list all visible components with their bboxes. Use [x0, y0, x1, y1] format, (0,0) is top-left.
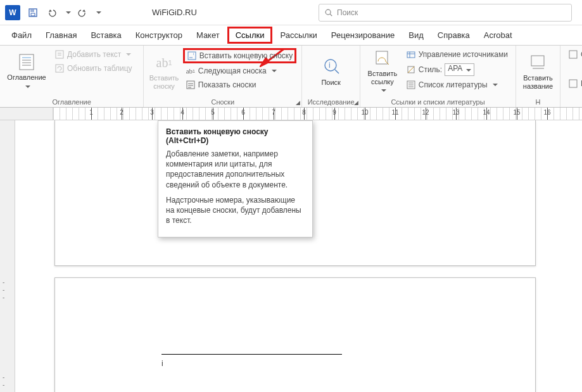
chevron-down-icon [23, 83, 30, 91]
svg-rect-15 [56, 65, 63, 72]
footnotes-dialog-launcher[interactable]: ◢ [296, 99, 300, 106]
group-research: i Поиск Исследование ◢ [302, 46, 360, 107]
svg-rect-16 [188, 52, 196, 60]
svg-text:i: i [193, 52, 194, 56]
tab-mailings[interactable]: Рассылки [274, 27, 323, 44]
save-icon[interactable] [25, 5, 41, 20]
group-captions: Вставить название Н [516, 46, 560, 107]
svg-line-25 [335, 70, 339, 73]
smart-lookup-button[interactable]: i Поиск [313, 48, 349, 95]
tab-review[interactable]: Рецензирование [325, 27, 401, 44]
manage-sources-button[interactable]: Управление источниками [403, 48, 510, 61]
qat-customize-icon[interactable] [94, 8, 101, 17]
update-toc-button[interactable]: Обновить таблицу [52, 62, 135, 75]
show-footnotes-label: Показать сноски [198, 80, 256, 89]
manage-sources-label: Управление источниками [419, 50, 508, 59]
tab-design[interactable]: Конструктор [129, 27, 189, 44]
next-footnote-button[interactable]: ab1 Следующая сноска [183, 65, 296, 77]
show-footnotes-button[interactable]: Показать сноски [183, 79, 296, 91]
manage-sources-icon [406, 49, 416, 60]
search-input[interactable]: Поиск [319, 4, 572, 22]
citation-style-value: APA [448, 64, 462, 73]
group-toc: Оглавление Добавить текст Обновить табли… [0, 46, 144, 107]
svg-point-23 [325, 60, 336, 71]
chevron-down-icon [464, 66, 471, 75]
insert-endnote-button[interactable]: i Вставить концевую сноску [183, 48, 296, 63]
citation-style-row: Стиль: APA [403, 62, 510, 77]
horizontal-ruler-area: 12345678910111213141516 [0, 108, 582, 120]
tooltip-paragraph-2: Надстрочные номера, указывающие на конце… [166, 195, 305, 226]
svg-rect-38 [569, 51, 577, 58]
chevron-down-icon [490, 80, 498, 89]
add-text-icon [54, 49, 65, 60]
research-dialog-launcher[interactable]: ◢ [354, 99, 358, 106]
tab-home[interactable]: Главная [39, 27, 83, 44]
word-app-icon: W [5, 5, 20, 20]
search-icon [324, 8, 333, 17]
tab-file[interactable]: Файл [5, 27, 38, 44]
svg-rect-7 [20, 54, 34, 70]
group-footnotes-label: Сноски [149, 97, 296, 107]
tab-acrobat[interactable]: Acrobat [478, 27, 519, 44]
insert-footnote-label: Вставить сноску [149, 74, 179, 90]
group-toc-label: Оглавление [5, 97, 138, 107]
insert-footnote-button[interactable]: ab1 Вставить сноску [149, 48, 179, 95]
insert-caption-button[interactable]: Вставить название [521, 48, 555, 95]
svg-rect-2 [31, 13, 35, 16]
svg-rect-39 [569, 80, 577, 87]
ruler-corner [0, 108, 53, 120]
svg-line-4 [330, 14, 332, 16]
cutoff-item-2[interactable]: П [566, 77, 582, 90]
redo-icon[interactable] [75, 5, 90, 20]
toc-label: Оглавление [7, 73, 46, 82]
insert-citation-button[interactable]: Вставить ссылку [365, 48, 400, 95]
vertical-ruler[interactable]: - - - - - [0, 120, 15, 392]
tab-insert[interactable]: Вставка [84, 27, 127, 44]
footnote-marker: i [161, 359, 163, 368]
insert-endnote-label: Вставить концевую сноску [199, 51, 293, 60]
bibliography-button[interactable]: Список литературы [403, 79, 510, 91]
tab-view[interactable]: Вид [402, 27, 430, 44]
svg-rect-12 [56, 51, 63, 58]
undo-dropdown-icon[interactable] [63, 8, 71, 17]
info-search-icon: i [321, 57, 341, 77]
group-captions-label: Н [521, 97, 555, 107]
show-notes-icon [186, 80, 196, 90]
citation-icon [372, 48, 393, 68]
add-text-button[interactable]: Добавить текст [52, 48, 135, 61]
tooltip-paragraph-1: Добавление заметки, например комментария… [166, 149, 305, 190]
chevron-down-icon [269, 66, 277, 75]
group-cutoff: С П [560, 46, 582, 107]
insert-caption-label: Вставить название [521, 74, 555, 90]
quick-access-toolbar [25, 5, 101, 20]
smart-lookup-label: Поиск [321, 79, 340, 87]
tab-layout[interactable]: Макет [190, 27, 226, 44]
svg-text:i: i [329, 61, 331, 70]
group-citations: Вставить ссылку Управление источниками С… [360, 46, 516, 107]
footnote-icon: ab1 [154, 53, 174, 73]
tab-references[interactable]: Ссылки [227, 27, 273, 44]
ribbon: Оглавление Добавить текст Обновить табли… [0, 46, 582, 108]
title-bar: W WiFiGiD.RU Поиск [0, 0, 582, 25]
svg-rect-1 [30, 9, 34, 12]
update-toc-label: Обновить таблицу [67, 64, 132, 73]
search-placeholder: Поиск [337, 8, 358, 17]
document-page-2[interactable]: i [54, 277, 536, 392]
citation-style-select[interactable]: APA [445, 63, 474, 76]
svg-point-3 [326, 9, 331, 15]
tab-help[interactable]: Справка [431, 27, 476, 44]
undo-icon[interactable] [44, 5, 60, 20]
svg-rect-28 [407, 52, 415, 58]
insert-endnote-tooltip: Вставить концевую сноску (Alt+Ctrl+D) До… [158, 120, 313, 237]
bibliography-label: Список литературы [419, 80, 488, 89]
toc-icon [16, 52, 37, 72]
cutoff-item-1[interactable]: С [566, 48, 582, 61]
next-footnote-icon: ab1 [186, 66, 196, 76]
toc-button[interactable]: Оглавление [5, 48, 48, 95]
refresh-icon [54, 63, 65, 73]
horizontal-ruler[interactable]: 12345678910111213141516 [53, 108, 582, 120]
document-area[interactable]: Вставить концевую сноску (Alt+Ctrl+D) До… [15, 120, 582, 392]
generic-icon [568, 79, 578, 89]
group-citations-label: Ссылки и списки литературы [365, 97, 510, 107]
insert-citation-label: Вставить ссылку [365, 70, 400, 85]
